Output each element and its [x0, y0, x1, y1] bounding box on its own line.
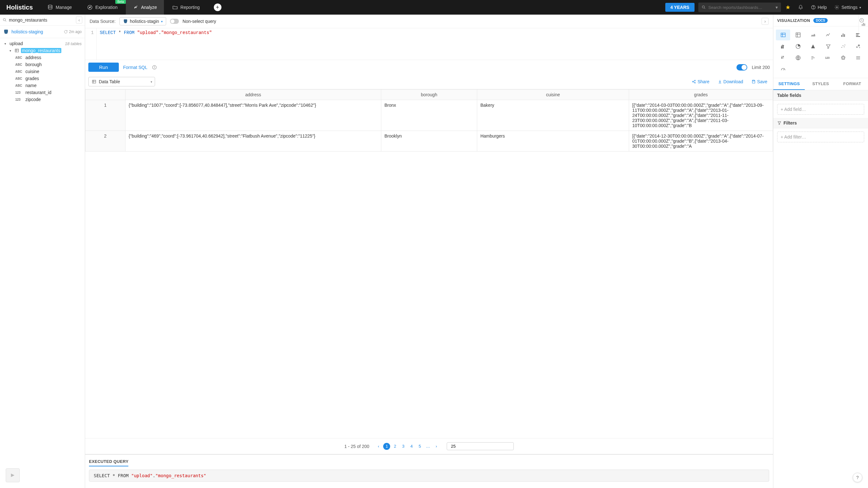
page-size-input[interactable]: [447, 442, 514, 450]
connection-row[interactable]: holistics-staging 2m ago: [0, 26, 85, 38]
column-row[interactable]: ABCgrades: [0, 75, 85, 82]
column-name: restaurant_id: [25, 90, 52, 95]
help-label: Help: [818, 5, 827, 10]
search-input[interactable]: [709, 5, 773, 10]
viz-type-funnel[interactable]: [821, 41, 835, 52]
settings-button[interactable]: Settings ▾: [831, 5, 864, 10]
format-sql-link[interactable]: Format SQL: [123, 65, 148, 70]
svg-point-47: [858, 44, 860, 47]
viz-type-area[interactable]: [806, 30, 820, 40]
help-button[interactable]: Help: [808, 5, 830, 10]
svg-rect-27: [781, 33, 785, 37]
run-button[interactable]: Run: [88, 63, 119, 72]
folder-icon: [172, 4, 178, 10]
result-grid[interactable]: address borough cuisine grades 1 {"build…: [85, 89, 773, 438]
viz-type-table[interactable]: [776, 30, 790, 40]
main-area: ‹ holistics-staging 2m ago ▾ upload 18 t…: [0, 14, 868, 488]
viz-type-map[interactable]: [791, 53, 805, 63]
page-number[interactable]: 3: [400, 443, 407, 450]
schema-row[interactable]: ▾ upload 18 tables: [0, 40, 85, 47]
col-header[interactable]: address: [125, 90, 381, 100]
col-header[interactable]: cuisine: [477, 90, 629, 100]
sql-editor[interactable]: 1 SELECT * FROM "upload"."mongo_restaura…: [85, 28, 773, 60]
viz-type-kpi[interactable]: 123: [821, 53, 835, 63]
sql-code[interactable]: SELECT * FROM "upload"."mongo_restaurant…: [97, 28, 215, 60]
viz-type-combo[interactable]: [776, 41, 790, 52]
viz-select[interactable]: Data Table: [88, 77, 155, 86]
viz-type-heatmap[interactable]: [776, 53, 790, 63]
table-row[interactable]: ▾ mongo_restaurants: [0, 47, 85, 54]
page-number[interactable]: 4: [408, 443, 415, 450]
new-button[interactable]: +: [214, 3, 221, 11]
ds-label: Data Source:: [90, 19, 116, 24]
viz-type-scatter[interactable]: [836, 41, 850, 52]
sidebar-search-input[interactable]: [9, 18, 74, 23]
viz-type-radar[interactable]: [836, 53, 850, 63]
docs-badge[interactable]: DOCS: [813, 18, 828, 23]
bottom-left-widget[interactable]: [6, 468, 20, 482]
svg-marker-59: [842, 57, 844, 59]
column-row[interactable]: ABCname: [0, 82, 85, 89]
page-range: 1 - 25 of 200: [344, 444, 370, 449]
column-row[interactable]: ABCcuisine: [0, 68, 85, 75]
nav-manage[interactable]: Manage: [40, 0, 79, 14]
help-fab[interactable]: ?: [853, 473, 862, 482]
analyze-icon: [133, 4, 138, 10]
years-button[interactable]: 4 YEARS: [665, 3, 694, 12]
global-search[interactable]: ▾: [698, 3, 781, 12]
tab-format[interactable]: FORMAT: [837, 78, 868, 90]
viz-type-sankey[interactable]: [851, 53, 865, 63]
tab-styles[interactable]: STYLES: [805, 78, 836, 90]
limit-toggle[interactable]: [737, 64, 747, 70]
column-row[interactable]: ABCborough: [0, 61, 85, 68]
col-header[interactable]: grades: [629, 90, 773, 100]
svg-rect-50: [782, 56, 784, 57]
page-next[interactable]: ›: [433, 443, 440, 450]
viz-type-bubble[interactable]: [851, 41, 865, 52]
download-button[interactable]: Download: [715, 79, 746, 84]
viz-type-gauge[interactable]: [776, 64, 790, 75]
compass-icon: [87, 4, 93, 10]
favorites-button[interactable]: [782, 5, 794, 10]
info-icon[interactable]: [152, 65, 157, 70]
chevron-down-icon[interactable]: ▾: [776, 5, 778, 10]
table-row[interactable]: 1 {"building":"1007","coord":[-73.856077…: [86, 100, 773, 131]
viz-type-bar[interactable]: [836, 30, 850, 40]
col-header[interactable]: borough: [381, 90, 477, 100]
right-rail-chart-icon[interactable]: [859, 14, 868, 34]
nav-exploration[interactable]: Exploration Beta: [80, 0, 125, 14]
nonselect-toggle[interactable]: [170, 19, 179, 24]
nav-analyze[interactable]: Analyze: [126, 0, 164, 14]
collapse-sidebar-button[interactable]: ‹: [76, 17, 82, 24]
svg-rect-38: [856, 36, 860, 37]
caret-down-icon: ▾: [4, 42, 8, 45]
notifications-button[interactable]: [795, 5, 806, 10]
add-filter-button[interactable]: + Add filter…: [777, 131, 864, 142]
cell-borough: Bronx: [381, 100, 477, 131]
column-row[interactable]: 123zipcode: [0, 96, 85, 103]
page-number[interactable]: 5: [416, 443, 423, 450]
save-button[interactable]: Save: [749, 79, 770, 84]
tab-settings[interactable]: SETTINGS: [773, 78, 805, 90]
table-row[interactable]: 2 {"building":"469","coord":[-73.961704,…: [86, 131, 773, 152]
svg-line-24: [693, 81, 695, 81]
ds-select[interactable]: holistics-stagin ▾: [120, 17, 166, 25]
row-number: 1: [86, 100, 125, 131]
svg-point-45: [844, 44, 845, 45]
svg-rect-12: [15, 49, 19, 52]
viz-type-pyramid[interactable]: [806, 41, 820, 52]
column-name: cuisine: [25, 69, 39, 74]
page-number[interactable]: 1: [383, 443, 390, 450]
viz-type-pie[interactable]: [791, 41, 805, 52]
column-row[interactable]: 123restaurant_id: [0, 89, 85, 96]
page-prev[interactable]: ‹: [375, 443, 382, 450]
viz-type-pivot[interactable]: [791, 30, 805, 40]
share-button[interactable]: Share: [689, 79, 712, 84]
column-row[interactable]: ABCaddress: [0, 54, 85, 61]
viz-type-wordcloud[interactable]: [806, 53, 820, 63]
page-number[interactable]: 2: [392, 443, 398, 450]
nav-reporting[interactable]: Reporting: [165, 0, 207, 14]
viz-type-line[interactable]: [821, 30, 835, 40]
add-field-button[interactable]: + Add field…: [777, 104, 864, 115]
expand-right-button[interactable]: ›: [762, 18, 769, 25]
